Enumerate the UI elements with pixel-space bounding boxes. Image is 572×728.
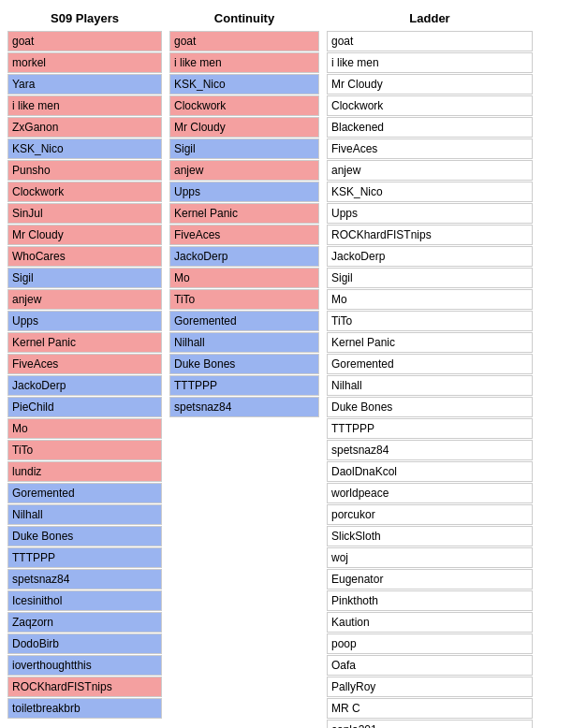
player-row[interactable]: DodoBirb (7, 633, 162, 654)
player-row[interactable]: Goremented (7, 483, 162, 503)
player-row[interactable]: poop (327, 633, 533, 654)
player-row[interactable]: ROCKhardFISTnips (7, 677, 162, 697)
player-row[interactable]: ioverthoughtthis (7, 655, 162, 676)
player-row[interactable]: copla201 (327, 720, 533, 728)
player-row[interactable]: Oafa (327, 655, 533, 676)
player-row[interactable]: Duke Bones (327, 397, 533, 417)
player-row[interactable]: MR C (327, 698, 533, 719)
header-ladder: Ladder (327, 7, 533, 31)
player-row[interactable]: anjew (7, 289, 162, 310)
player-row[interactable]: anjew (169, 160, 319, 181)
player-row[interactable]: Duke Bones (7, 526, 162, 546)
player-row[interactable]: Nilhall (169, 332, 319, 353)
player-row[interactable]: toiletbreakbrb (7, 698, 162, 719)
player-row[interactable]: spetsnaz84 (327, 440, 533, 460)
player-row[interactable]: Sigil (169, 138, 319, 159)
player-row[interactable]: anjew (327, 160, 533, 181)
player-row[interactable]: Upps (169, 182, 319, 202)
player-row[interactable]: goat (169, 31, 319, 51)
player-row[interactable]: lundiz (7, 461, 162, 482)
player-row[interactable]: Clockwork (7, 182, 162, 202)
player-row[interactable]: Mo (327, 289, 533, 310)
player-row[interactable]: Blackened (327, 117, 533, 138)
player-row[interactable]: TiTo (169, 289, 319, 310)
column-continuity: Continuitygoati like menKSK_NicoClockwor… (169, 7, 319, 728)
player-row[interactable]: KSK_Nico (169, 74, 319, 95)
player-row[interactable]: ROCKhardFISTnips (327, 225, 533, 245)
player-row[interactable]: FiveAces (169, 225, 319, 245)
player-row[interactable]: JackoDerp (7, 375, 162, 396)
player-row[interactable]: Goremented (327, 354, 533, 374)
player-row[interactable]: Clockwork (169, 95, 319, 116)
player-row[interactable]: Mo (7, 418, 162, 439)
player-row[interactable]: spetsnaz84 (169, 397, 319, 417)
player-row[interactable]: spetsnaz84 (7, 569, 162, 590)
player-row[interactable]: i like men (169, 52, 319, 73)
player-row[interactable]: Mr Cloudy (7, 225, 162, 245)
player-row[interactable]: i like men (7, 95, 162, 116)
player-row[interactable]: KSK_Nico (327, 182, 533, 202)
player-row[interactable]: Sigil (7, 268, 162, 288)
player-row[interactable]: Kernel Panic (7, 332, 162, 353)
player-row[interactable]: ZxGanon (7, 117, 162, 138)
player-row[interactable]: TTTPPP (327, 418, 533, 439)
player-row[interactable]: TiTo (327, 311, 533, 331)
player-row[interactable]: JackoDerp (327, 246, 533, 267)
player-row[interactable]: Sigil (327, 268, 533, 288)
header-s09players: S09 Players (7, 7, 162, 31)
player-row[interactable]: WhoCares (7, 246, 162, 267)
player-row[interactable]: FiveAces (7, 354, 162, 374)
player-row[interactable]: woj (327, 547, 533, 568)
player-row[interactable]: Zaqzorn (7, 612, 162, 633)
player-row[interactable]: Kernel Panic (327, 332, 533, 353)
player-row[interactable]: PieChild (7, 397, 162, 417)
player-row[interactable]: Pinkthoth (327, 590, 533, 611)
player-row[interactable]: Kaution (327, 612, 533, 633)
player-row[interactable]: Yara (7, 74, 162, 95)
player-row[interactable]: i like men (327, 52, 533, 73)
player-row[interactable]: JackoDerp (169, 246, 319, 267)
player-row[interactable]: Eugenator (327, 569, 533, 590)
player-row[interactable]: porcukor (327, 504, 533, 525)
player-row[interactable]: Clockwork (327, 95, 533, 116)
player-row[interactable]: TTTPPP (7, 547, 162, 568)
player-row[interactable]: Duke Bones (169, 354, 319, 374)
player-row[interactable]: Nilhall (327, 375, 533, 396)
column-s09players: S09 PlayersgoatmorkelYarai like menZxGan… (7, 7, 162, 728)
player-row[interactable]: Punsho (7, 160, 162, 181)
header-continuity: Continuity (169, 7, 319, 31)
player-row[interactable]: goat (7, 31, 162, 51)
player-row[interactable]: DaolDnaKcol (327, 461, 533, 482)
player-row[interactable]: Icesinithol (7, 590, 162, 611)
player-row[interactable]: Upps (327, 203, 533, 224)
player-row[interactable]: Goremented (169, 311, 319, 331)
player-row[interactable]: Mr Cloudy (169, 117, 319, 138)
player-row[interactable]: morkel (7, 52, 162, 73)
player-row[interactable]: Mo (169, 268, 319, 288)
player-row[interactable]: FiveAces (327, 138, 533, 159)
player-row[interactable]: Nilhall (7, 504, 162, 525)
player-row[interactable]: Upps (7, 311, 162, 331)
player-row[interactable]: PallyRoy (327, 677, 533, 697)
player-row[interactable]: worldpeace (327, 483, 533, 503)
column-ladder: Laddergoati like menMr CloudyClockworkBl… (327, 7, 533, 728)
main-container: S09 PlayersgoatmorkelYarai like menZxGan… (7, 7, 565, 728)
player-row[interactable]: Mr Cloudy (327, 74, 533, 95)
player-row[interactable]: KSK_Nico (7, 138, 162, 159)
player-row[interactable]: SinJul (7, 203, 162, 224)
player-row[interactable]: Kernel Panic (169, 203, 319, 224)
player-row[interactable]: SlickSloth (327, 526, 533, 546)
player-row[interactable]: TiTo (7, 440, 162, 460)
player-row[interactable]: TTTPPP (169, 375, 319, 396)
player-row[interactable]: goat (327, 31, 533, 51)
